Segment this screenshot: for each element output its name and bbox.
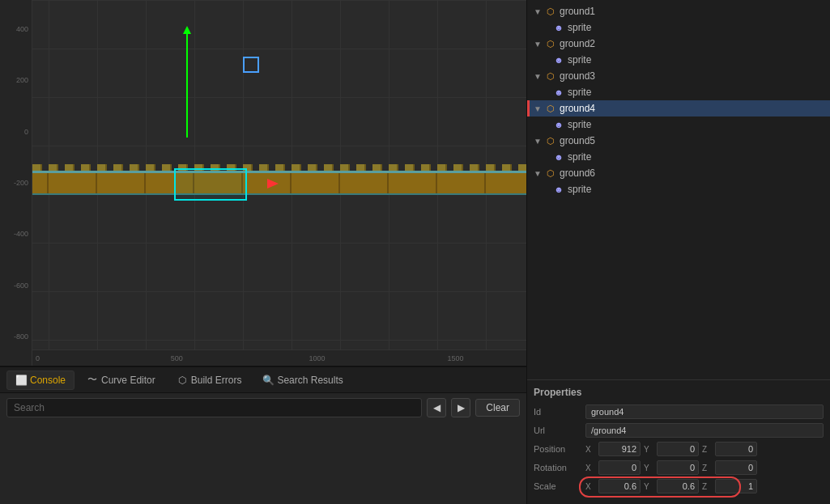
prop-position-x[interactable] <box>598 442 641 456</box>
sprite-icon-ground1: ☻ <box>553 22 564 33</box>
expand-arrow-ground1: ▼ <box>534 7 542 16</box>
tree-label-ground5-sprite: sprite <box>568 151 824 163</box>
prop-position-label: Position <box>534 444 582 454</box>
tree-item-ground2-sprite[interactable]: ☻ sprite <box>527 52 830 68</box>
tab-curve-editor[interactable]: 〜 Curve Editor <box>78 371 164 390</box>
expand-arrow-ground3: ▼ <box>534 72 542 81</box>
prop-position-z[interactable] <box>715 442 757 456</box>
ruler-label-400: 400 <box>16 25 28 33</box>
clear-button[interactable]: Clear <box>475 399 520 417</box>
tree-item-ground1-sprite[interactable]: ☻ sprite <box>527 19 830 36</box>
ruler-label-neg200: -200 <box>14 179 28 187</box>
tree-item-ground4-sprite[interactable]: ☻ sprite <box>527 116 830 133</box>
search-icon: 🔍 <box>262 375 274 386</box>
tree-label-ground6-sprite: sprite <box>568 184 824 195</box>
tab-bar: ⬜ Console 〜 Curve Editor ⬡ Build Errors … <box>0 367 526 393</box>
tree-item-ground4[interactable]: ▼ ⬡ ground4 <box>527 100 830 116</box>
tab-console[interactable]: ⬜ Console <box>6 371 74 390</box>
tree-label-ground4: ground4 <box>560 103 824 114</box>
tree-label-ground5: ground5 <box>560 135 824 146</box>
prop-rotation-y[interactable] <box>657 460 699 475</box>
prop-row-id: Id ground4 <box>534 404 824 419</box>
ruler-label-0: 0 <box>24 128 28 136</box>
tree-item-ground2[interactable]: ▼ ⬡ ground2 <box>527 36 830 52</box>
tree-item-ground6-sprite[interactable]: ☻ sprite <box>527 181 830 197</box>
ruler-left: 400 200 0 -200 -400 -600 -800 <box>0 0 32 366</box>
ruler-label-neg800: -800 <box>14 332 28 341</box>
tab-build-errors-label: Build Errors <box>191 375 242 386</box>
viewport[interactable]: 400 200 0 -200 -400 -600 -800 0 500 1000… <box>0 0 526 366</box>
properties-title: Properties <box>534 387 824 398</box>
node-icon-ground5: ⬡ <box>545 135 556 146</box>
prev-button[interactable]: ◀ <box>427 398 446 417</box>
sprite-icon-ground6: ☻ <box>553 184 564 195</box>
tab-curve-editor-label: Curve Editor <box>101 375 155 386</box>
tab-console-label: Console <box>30 375 66 386</box>
tree-label-ground2-sprite: sprite <box>568 54 824 66</box>
ruler-bottom-0: 0 <box>36 354 40 362</box>
prop-url-label: Url <box>534 426 582 435</box>
prop-id-label: Id <box>534 407 582 417</box>
prop-position-y[interactable] <box>657 442 699 456</box>
tree-label-ground6: ground6 <box>560 167 824 179</box>
prop-scale-y-axis: Y <box>644 482 653 491</box>
tree-item-ground5[interactable]: ▼ ⬡ ground5 <box>527 133 830 149</box>
prop-rotation-z[interactable] <box>715 460 757 475</box>
prop-scale-y[interactable] <box>657 479 699 493</box>
prop-scale-x[interactable] <box>598 479 641 493</box>
tree-item-ground3-sprite[interactable]: ☻ sprite <box>527 84 830 100</box>
prop-rotation-label: Rotation <box>534 463 582 472</box>
ruler-label-neg600: -600 <box>14 282 28 290</box>
ruler-bottom-500: 500 <box>171 354 183 362</box>
next-button[interactable]: ▶ <box>451 398 470 417</box>
prop-id-value: ground4 <box>585 404 824 419</box>
sprite-icon-ground5: ☻ <box>553 151 564 163</box>
tree-label-ground3: ground3 <box>560 70 824 82</box>
build-icon: ⬡ <box>177 375 188 386</box>
sprite-icon-ground4: ☻ <box>553 119 564 130</box>
tree-item-wrapper-ground4: ▼ ⬡ ground4 <box>527 100 830 116</box>
expand-arrow-ground2: ▼ <box>534 40 542 49</box>
prop-position-y-axis: Y <box>644 445 653 454</box>
prop-scale-z[interactable] <box>715 479 757 493</box>
sprite-icon-ground3: ☻ <box>553 87 564 98</box>
search-bar: ◀ ▶ Clear <box>6 398 520 417</box>
tree-label-ground1-sprite: sprite <box>568 22 824 33</box>
prop-position-x-axis: X <box>585 445 595 454</box>
tab-search-results-label: Search Results <box>277 375 343 386</box>
prop-row-scale: Scale X Y Z <box>534 479 824 493</box>
prop-row-position: Position X Y Z <box>534 442 824 456</box>
node-icon-ground4: ⬡ <box>545 103 556 114</box>
prop-rotation-x-axis: X <box>585 464 595 472</box>
search-input[interactable] <box>6 398 422 417</box>
curve-icon: 〜 <box>87 375 98 386</box>
ruler-label-neg400: -400 <box>14 230 28 238</box>
tree-item-ground5-sprite[interactable]: ☻ sprite <box>527 149 830 165</box>
tree-label-ground2: ground2 <box>560 38 824 49</box>
tree-item-ground6[interactable]: ▼ ⬡ ground6 <box>527 165 830 181</box>
prop-rotation-y-axis: Y <box>644 464 653 472</box>
prop-rotation-x[interactable] <box>598 460 641 475</box>
tree-item-ground3[interactable]: ▼ ⬡ ground3 <box>527 68 830 84</box>
left-panel: 400 200 0 -200 -400 -600 -800 0 500 1000… <box>0 0 526 504</box>
sprite-icon-ground2: ☻ <box>553 54 564 66</box>
ruler-bottom-1500: 1500 <box>447 354 463 362</box>
node-icon-ground1: ⬡ <box>545 6 556 17</box>
prop-url-value: /ground4 <box>585 423 824 438</box>
ruler-bottom: 0 500 1000 1500 <box>32 349 526 366</box>
expand-arrow-ground6: ▼ <box>534 169 542 178</box>
right-panel: ▼ ⬡ ground1 ☻ sprite ▼ ⬡ ground2 ☻ sprit… <box>526 0 830 504</box>
prop-scale-label: Scale <box>534 481 582 491</box>
prop-scale-x-axis: X <box>585 482 595 491</box>
tab-build-errors[interactable]: ⬡ Build Errors <box>168 371 251 390</box>
bottom-tabs: ⬜ Console 〜 Curve Editor ⬡ Build Errors … <box>0 366 526 504</box>
tree-label-ground4-sprite: sprite <box>568 119 824 130</box>
scene-tree[interactable]: ▼ ⬡ ground1 ☻ sprite ▼ ⬡ ground2 ☻ sprit… <box>527 0 830 379</box>
prop-row-scale-wrapper: Scale X Y Z <box>534 479 824 493</box>
tab-search-results[interactable]: 🔍 Search Results <box>253 371 351 390</box>
active-indicator <box>527 100 530 116</box>
properties-panel: Properties Id ground4 Url /ground4 Posit… <box>527 379 830 504</box>
prop-scale-z-axis: Z <box>702 482 712 491</box>
prop-position-z-axis: Z <box>702 445 712 454</box>
tree-item-ground1[interactable]: ▼ ⬡ ground1 <box>527 3 830 19</box>
